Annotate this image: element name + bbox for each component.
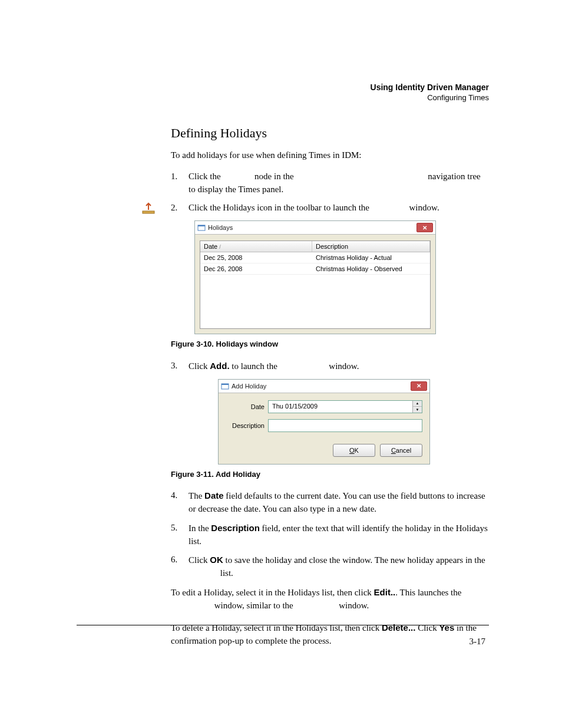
text: Click [189, 555, 210, 565]
text: field defaults to the current date. You … [189, 491, 485, 513]
footer-rule [77, 625, 489, 625]
cell-desc: Christmas Holiday - Observed [312, 263, 430, 274]
page-header: Using Identity Driven Manager Configurin… [77, 83, 489, 102]
cancel-button[interactable]: Cancel [380, 444, 422, 457]
button-row: OK Cancel [219, 444, 429, 464]
text: Click the Holidays icon in the toolbar t… [189, 203, 369, 212]
step-number: 4. [171, 489, 189, 516]
bold-text: Yes [439, 622, 454, 633]
bold-text: Delete... [382, 622, 416, 633]
description-row: Description [226, 419, 422, 432]
table-row[interactable]: Dec 26, 2008 Christmas Holiday - Observe… [200, 263, 430, 275]
bold-text: Add. [210, 361, 229, 371]
step-body: Click OK to save the holiday and close t… [189, 554, 489, 580]
step-5: 5. In the Description field, enter the t… [171, 522, 489, 548]
section-heading: Defining Holidays [171, 126, 489, 141]
step-body: Click Add. to launch the window. [189, 360, 489, 373]
step-body: Click the Holidays icon in the toolbar t… [189, 202, 489, 215]
text: window. [329, 361, 359, 371]
bold-text: Edit.. [374, 587, 396, 597]
col-header-date[interactable]: Date/ [200, 241, 312, 252]
cell-date: Dec 25, 2008 [200, 252, 312, 263]
text: To edit a Holiday, select it in the Holi… [171, 588, 374, 597]
step-number: 3. [171, 360, 189, 373]
date-label: Date [226, 403, 268, 410]
step-number: 2. [171, 202, 189, 215]
text: node in the [254, 172, 294, 181]
cell-desc: Christmas Holiday - Actual [312, 252, 430, 263]
text: In the [189, 523, 211, 533]
cell-date: Dec 26, 2008 [200, 263, 312, 274]
window-titlebar: Add Holiday ✕ [219, 380, 429, 393]
date-spinner[interactable]: ▲ ▼ [412, 401, 422, 413]
page-content: Using Identity Driven Manager Configurin… [77, 83, 489, 657]
intro-text: To add holidays for use when defining Ti… [171, 149, 489, 162]
step-body: In the Description field, enter the text… [189, 522, 489, 548]
holidays-table: Date/ Description Dec 25, 2008 Christmas… [200, 241, 431, 329]
text: Click [189, 361, 210, 371]
text: list. [220, 568, 233, 578]
close-button[interactable]: ✕ [411, 381, 427, 391]
text: window, similar to the [214, 601, 293, 610]
step-number: 6. [171, 554, 189, 580]
svg-rect-2 [198, 225, 205, 226]
table-row[interactable]: Dec 25, 2008 Christmas Holiday - Actual [200, 252, 430, 263]
step-number: 1. [171, 170, 189, 196]
bold-text: Description [211, 523, 260, 533]
header-subtitle: Configuring Times [77, 93, 489, 102]
ok-button[interactable]: OK [333, 444, 375, 457]
spinner-down-icon[interactable]: ▼ [413, 407, 422, 413]
window-icon [197, 224, 206, 231]
bold-text: OK [210, 555, 223, 565]
step-body: The Date field defaults to the current d… [189, 489, 489, 516]
bold-text: Date [204, 490, 224, 500]
step-3: 3. Click Add. to launch the window. [171, 360, 489, 373]
text: Date [204, 243, 217, 250]
step-number: 5. [171, 522, 189, 548]
step-6: 6. Click OK to save the holiday and clos… [171, 554, 489, 580]
header-title: Using Identity Driven Manager [77, 83, 489, 92]
step-4: 4. The Date field defaults to the curren… [171, 489, 489, 516]
svg-rect-0 [143, 211, 154, 213]
description-field[interactable] [268, 419, 422, 432]
description-label: Description [226, 422, 268, 429]
window-title: Holidays [208, 224, 416, 231]
holidays-window: Holidays ✕ Date/ Description Dec 25, 200… [194, 220, 436, 334]
description-value [269, 420, 422, 431]
text: Click the [189, 172, 221, 181]
text: window. [409, 203, 439, 212]
spinner-up-icon[interactable]: ▲ [413, 401, 422, 407]
text: The [189, 491, 204, 500]
edit-paragraph: To edit a Holiday, select it in the Holi… [171, 586, 489, 612]
table-header: Date/ Description [200, 241, 430, 252]
note-icon [141, 202, 156, 216]
text: window. [339, 601, 369, 610]
sort-indicator-icon: / [219, 244, 221, 250]
date-field[interactable]: Thu 01/15/2009 ▲ ▼ [268, 400, 422, 413]
form-body: Date Thu 01/15/2009 ▲ ▼ Description [219, 393, 429, 444]
window-titlebar: Holidays ✕ [195, 221, 435, 235]
date-value: Thu 01/15/2009 [269, 401, 412, 413]
step-body: Click the node in the navigation tree to… [189, 170, 489, 196]
figure-caption: Figure 3-11. Add Holiday [171, 469, 489, 480]
text: . This launches the [395, 588, 461, 597]
step-1: 1. Click the node in the navigation tree… [171, 170, 489, 196]
close-button[interactable]: ✕ [416, 223, 433, 232]
window-title: Add Holiday [232, 383, 411, 390]
text: to save the holiday and close the window… [223, 555, 485, 565]
delete-paragraph: To delete a Holiday, select it in the Ho… [171, 621, 489, 648]
step-2: 2. Click the Holidays icon in the toolba… [171, 202, 489, 215]
table-body: Dec 25, 2008 Christmas Holiday - Actual … [200, 252, 430, 275]
text: navigation tree to display the Times pan… [189, 172, 481, 194]
page-number: 3-17 [470, 637, 486, 647]
window-icon [221, 383, 229, 390]
col-header-description[interactable]: Description [312, 241, 430, 252]
figure-caption: Figure 3-10. Holidays window [171, 339, 489, 350]
svg-rect-4 [222, 384, 229, 385]
text: to launch the [230, 361, 277, 371]
date-row: Date Thu 01/15/2009 ▲ ▼ [226, 400, 422, 413]
add-holiday-window: Add Holiday ✕ Date Thu 01/15/2009 ▲ ▼ De… [218, 379, 430, 465]
